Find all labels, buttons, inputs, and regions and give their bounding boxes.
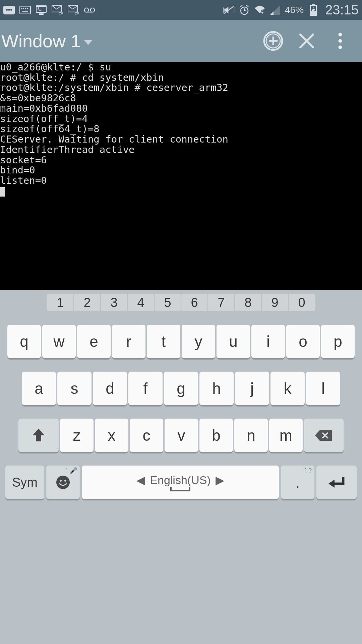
- key-q[interactable]: q: [7, 325, 41, 358]
- svg-point-43: [60, 480, 62, 482]
- svg-point-38: [339, 46, 342, 49]
- terminal-output[interactable]: u0_a266@klte:/ $ su root@klte:/ # cd sys…: [0, 62, 362, 290]
- key-enter[interactable]: [316, 466, 357, 499]
- svg-text:@: @: [75, 11, 79, 15]
- key-y[interactable]: y: [182, 325, 215, 358]
- svg-marker-45: [328, 480, 335, 488]
- key-1[interactable]: 1: [47, 294, 73, 311]
- chevron-left-icon: ◀: [136, 473, 145, 487]
- svg-point-37: [339, 39, 342, 43]
- key-3[interactable]: 3: [101, 294, 127, 311]
- keyboard-row-bottom: Sym ⋮🎤 ◀ English(US) ▶ ⋮? .: [0, 466, 362, 499]
- svg-point-44: [64, 480, 66, 482]
- wifi-icon: [254, 4, 265, 16]
- key-f[interactable]: f: [128, 372, 163, 405]
- svg-marker-25: [270, 11, 274, 15]
- keyboard-row-z: z x c v b n m: [0, 419, 362, 452]
- svg-point-14: [84, 8, 89, 12]
- close-button[interactable]: [292, 26, 322, 56]
- period-label: .: [296, 473, 300, 491]
- key-u[interactable]: u: [217, 325, 250, 358]
- terminal-line: CEServer. Waiting for client connection: [0, 133, 228, 145]
- notification-more-icon: •••: [3, 4, 15, 16]
- key-shift[interactable]: [18, 419, 59, 452]
- key-5[interactable]: 5: [155, 294, 181, 311]
- key-t[interactable]: t: [147, 325, 180, 358]
- key-4[interactable]: 4: [128, 294, 154, 311]
- alarm-icon: [239, 4, 250, 16]
- key-o[interactable]: o: [286, 325, 320, 358]
- battery-percent: 46%: [285, 5, 304, 15]
- key-h[interactable]: h: [199, 372, 234, 405]
- svg-rect-4: [27, 8, 28, 9]
- key-d[interactable]: d: [93, 372, 127, 405]
- key-8[interactable]: 8: [235, 294, 261, 311]
- key-sym[interactable]: Sym: [5, 466, 44, 499]
- space-bar-icon: [170, 487, 190, 491]
- key-6[interactable]: 6: [181, 294, 207, 311]
- terminal-line: IdentifierThread active: [0, 144, 135, 155]
- svg-rect-27: [312, 4, 315, 5]
- key-space[interactable]: ◀ English(US) ▶: [82, 466, 279, 499]
- svg-text:@: @: [59, 11, 63, 15]
- chevron-down-icon: [84, 40, 92, 45]
- keyboard-notification-icon: [19, 4, 31, 16]
- terminal-line: root@klte:/system/xbin # ceserver_arm32: [0, 82, 228, 93]
- terminal-cursor: [0, 187, 5, 197]
- key-period[interactable]: ⋮? .: [281, 466, 314, 499]
- terminal-line: u0_a266@klte:/ $ su: [0, 62, 111, 73]
- key-e[interactable]: e: [77, 325, 111, 358]
- key-9[interactable]: 9: [262, 294, 288, 311]
- key-0[interactable]: 0: [289, 294, 315, 311]
- terminal-line: sizeof(off_t)=4: [0, 113, 88, 124]
- terminal-line: listen=0: [0, 175, 47, 186]
- svg-point-15: [90, 8, 95, 12]
- app-header: Window 1: [0, 20, 362, 62]
- voicemail-icon: [84, 4, 95, 16]
- svg-line-21: [240, 5, 242, 7]
- key-k[interactable]: k: [270, 372, 305, 405]
- vibrate-mute-icon: [223, 4, 235, 16]
- terminal-notification-icon: $_: [36, 4, 47, 16]
- key-b[interactable]: b: [199, 419, 233, 452]
- keyboard-row-a: a s d f g h j k l: [0, 372, 362, 405]
- key-i[interactable]: i: [251, 325, 285, 358]
- key-w[interactable]: w: [42, 325, 76, 358]
- key-r[interactable]: r: [112, 325, 145, 358]
- mail-notification-icon: @: [52, 4, 63, 16]
- key-s[interactable]: s: [57, 372, 92, 405]
- key-x[interactable]: x: [95, 419, 128, 452]
- key-l[interactable]: l: [306, 372, 340, 405]
- key-2[interactable]: 2: [74, 294, 100, 311]
- key-v[interactable]: v: [165, 419, 198, 452]
- key-a[interactable]: a: [22, 372, 56, 405]
- new-window-button[interactable]: [258, 26, 288, 56]
- key-p[interactable]: p: [321, 325, 355, 358]
- svg-rect-3: [25, 8, 26, 9]
- terminal-line: bind=0: [0, 164, 35, 176]
- window-title-dropdown[interactable]: Window 1: [0, 31, 92, 51]
- key-7[interactable]: 7: [208, 294, 234, 311]
- key-emoji[interactable]: ⋮🎤: [46, 466, 80, 499]
- chevron-right-icon: ▶: [216, 473, 224, 487]
- key-j[interactable]: j: [235, 372, 269, 405]
- soft-keyboard: 1 2 3 4 5 6 7 8 9 0 q w e r t y u i o p …: [0, 290, 362, 499]
- svg-rect-0: [20, 6, 31, 14]
- key-c[interactable]: c: [130, 419, 163, 452]
- key-g[interactable]: g: [164, 372, 198, 405]
- overflow-menu-button[interactable]: [325, 26, 355, 56]
- key-z[interactable]: z: [60, 419, 94, 452]
- key-n[interactable]: n: [234, 419, 268, 452]
- period-hint: ⋮?: [302, 467, 312, 474]
- key-backspace[interactable]: [304, 419, 344, 452]
- key-m[interactable]: m: [269, 419, 303, 452]
- mail-notification-2-icon: @: [68, 4, 79, 16]
- terminal-line: &s=0xbe9826c8: [0, 92, 76, 104]
- status-bar: ••• $_ @ @ 46% 23:1: [0, 0, 362, 20]
- terminal-line: sizeof(off64_t)=8: [0, 123, 100, 135]
- svg-line-22: [246, 5, 248, 7]
- space-language-label: English(US): [150, 474, 210, 487]
- svg-rect-1: [21, 8, 22, 9]
- svg-rect-2: [23, 8, 24, 9]
- mic-hint-icon: ⋮🎤: [64, 467, 77, 474]
